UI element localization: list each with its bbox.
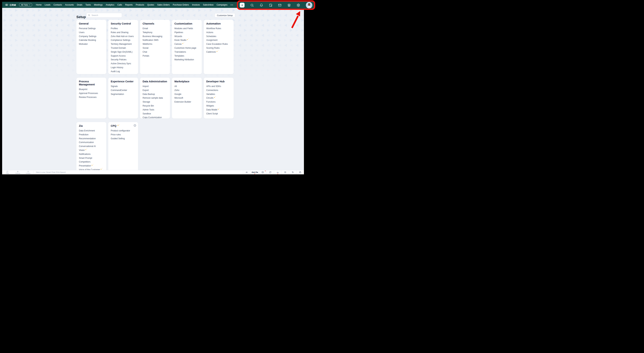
setup-link-assignment[interactable]: Assignment [206,39,218,41]
setup-link-webforms[interactable]: Webforms [142,43,152,45]
setup-link-calendar-booking[interactable]: Calendar Booking [79,39,96,41]
notes-icon[interactable] [266,170,274,174]
setup-link-actions[interactable]: Actions [206,31,213,34]
setup-link-customize-home-page[interactable]: Customize Home page [174,47,196,49]
setup-link-business-messaging[interactable]: Business Messaging [142,35,162,38]
setup-link-client-script[interactable]: Client Script [206,112,218,115]
setup-link-variables[interactable]: Variables [206,93,215,95]
nav-item-meetings[interactable]: Meetings [94,4,103,6]
notifications-bell-icon[interactable] [260,4,263,7]
setup-link-smart-prompt[interactable]: Smart Prompt [79,157,92,159]
setup-link-translations[interactable]: Translations [174,51,186,53]
setup-link-sandbox[interactable]: Sandbox [142,112,151,115]
setup-link-wizards[interactable]: Wizards [174,35,182,38]
reminder-alarm-icon[interactable] [282,170,289,174]
setup-link-roles-and-sharing[interactable]: Roles and Sharing [111,31,128,34]
nav-item-salesinbox[interactable]: SalesInbox [203,4,214,6]
nav-item-tasks[interactable]: Tasks [86,4,91,6]
nav-item-invoices[interactable]: Invoices [192,4,200,6]
setup-link-profiles[interactable]: Profiles [111,27,118,30]
chat-tab-contacts[interactable]: Contacts [23,170,33,174]
activity-pulse-icon[interactable] [259,170,266,174]
setup-link-conversational-ai[interactable]: Conversational AI [79,145,96,148]
crm-brand[interactable]: CRM [5,3,16,7]
setup-link-widgets[interactable]: Widgets [206,105,214,107]
quick-create-plus-icon[interactable] [240,3,244,8]
setup-link-presentation[interactable]: Presentation [79,165,91,167]
setup-link-security-policies[interactable]: Security Policies [111,58,126,61]
setup-link-extension-builder[interactable]: Extension Builder [174,101,191,103]
setup-link-scoring-rules[interactable]: Scoring Rules [206,47,220,49]
global-search-icon[interactable] [250,4,254,7]
setup-link-schedules[interactable]: Schedules [206,35,216,38]
setup-link-apis-and-sdks[interactable]: APIs and SDKs [206,85,221,88]
setup-link-import[interactable]: Import [142,85,149,88]
setup-link-workflow-rules[interactable]: Workflow Rules [206,27,221,30]
setup-link-support-access[interactable]: Support Access [111,55,126,57]
setup-link-segmentation[interactable]: Segmentation [111,93,124,95]
marketplace-store-icon[interactable] [287,4,291,7]
setup-link-chat[interactable]: Chat [142,51,147,53]
smart-chat-input[interactable]: Here is your Smart Chat (Ctrl+Space) [34,170,243,174]
setup-link-social[interactable]: Social [142,47,148,49]
setup-link-active-directory-sync[interactable]: Active Directory Sync [111,62,131,65]
setup-link-data-backup[interactable]: Data Backup [142,93,155,95]
history-icon[interactable] [289,170,296,174]
setup-link-blueprint[interactable]: Blueprint [79,88,87,91]
nav-item-products[interactable]: Products [136,4,144,6]
setup-link-canvas[interactable]: Canvas [174,43,182,45]
setup-link-notification-sms[interactable]: Notification SMS [142,39,158,41]
setup-link-approval-processes[interactable]: Approval Processes [79,92,98,95]
chat-tab-chats[interactable]: Chats [2,170,12,174]
nav-item-purchase-orders[interactable]: Purchase Orders [173,4,189,6]
setup-link-motivator[interactable]: Motivator [79,43,88,45]
setup-link-google[interactable]: Google [174,93,182,95]
setup-link-remove-sample-data[interactable]: Remove sample data [142,97,163,99]
setup-link-competitors[interactable]: Competitors [79,161,90,163]
setup-link-trusted-domain[interactable]: Trusted Domain [111,47,126,49]
setup-link-review-processes[interactable]: Review Processes [79,96,96,99]
setup-link-zoho-mail-add-on-users[interactable]: Zoho Mail Add-on Users [111,35,134,38]
announcement-megaphone-icon[interactable] [243,170,250,174]
setup-link-marketing-attribution[interactable]: Marketing Attribution [174,58,194,61]
setup-link-communication[interactable]: Communication [79,141,94,144]
setup-link-modules-and-fields[interactable]: Modules and Fields [174,27,193,30]
nav-item-analytics[interactable]: Analytics [106,4,114,6]
setup-search-box[interactable] [86,13,122,18]
customize-setup-button[interactable]: Customize Setup [214,13,235,18]
nav-item-contacts[interactable]: Contacts [54,4,62,6]
setup-link-company-settings[interactable]: Company Settings [79,35,96,38]
calendar-icon[interactable] [269,4,272,7]
setup-link-price-rules[interactable]: Price rules [111,133,121,136]
setup-link-users[interactable]: Users [79,31,84,34]
setup-link-admin-tools[interactable]: Admin Tools [142,109,154,111]
setup-link-guided-selling[interactable]: Guided Selling [111,137,125,140]
setup-link-data-model[interactable]: Data Model [206,109,217,111]
setup-link-recycle-bin[interactable]: Recycle Bin [142,105,154,107]
setup-link-email[interactable]: Email [142,27,148,30]
setup-link-all[interactable]: All [174,85,177,88]
setup-link-portals[interactable]: Portals [142,55,149,57]
setup-link-compliance-settings[interactable]: Compliance Settings [111,39,130,41]
setup-link-notifications[interactable]: Notifications [79,153,90,155]
nav-item-quotes[interactable]: Quotes [147,4,154,6]
help-icon[interactable]: ? [134,124,136,127]
nav-more-tabs[interactable]: ••• [230,4,234,6]
setup-link-case-escalation-rules[interactable]: Case Escalation Rules [206,43,228,45]
setup-link-product-configurator[interactable]: Product configurator [111,129,130,132]
setup-link-login-history[interactable]: Login History [111,66,123,69]
nav-item-campaigns[interactable]: Campaigns [217,4,228,6]
setup-link-telephony[interactable]: Telephony [142,31,152,34]
ask-zia-button[interactable]: Ask Zia [250,170,259,174]
nav-item-deals[interactable]: Deals [77,4,82,6]
setup-link-data-enrichment[interactable]: Data Enrichment [79,129,95,132]
setup-link-kiosk-studio[interactable]: Kiosk Studio [174,39,186,41]
setup-link-prediction[interactable]: Prediction [79,133,88,136]
settings-gear-icon[interactable] [296,4,300,7]
setup-link-functions[interactable]: Functions [206,101,216,103]
nav-item-leads[interactable]: Leads [44,4,50,6]
setup-link-audit-log[interactable]: Audit Log [111,70,120,73]
setup-link-territory-management[interactable]: Territory Management [111,43,132,45]
setup-link-circuits[interactable]: Circuits [206,97,214,99]
setup-link-export[interactable]: Export [142,89,149,92]
